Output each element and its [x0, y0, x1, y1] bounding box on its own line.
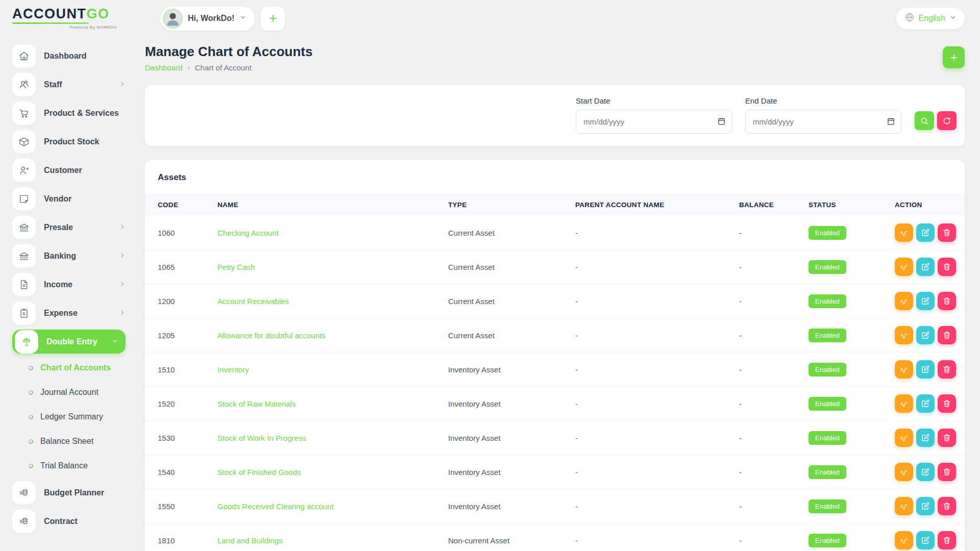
chevron-down-icon — [949, 14, 957, 23]
cell-status: Enabled — [803, 284, 890, 318]
cell-action — [890, 523, 965, 551]
sidebar-item-dashboard[interactable]: Dashboard — [12, 44, 126, 68]
edit-button[interactable] — [916, 531, 935, 549]
delete-button[interactable] — [938, 360, 956, 379]
status-badge: Enabled — [808, 226, 846, 240]
apply-filter-button[interactable] — [915, 111, 934, 130]
account-name-link[interactable]: Land and Buildings — [217, 536, 283, 545]
user-menu[interactable]: Hi, WorkDo! — [160, 7, 255, 31]
sidebar-subitem-balance-sheet[interactable]: Balance Sheet — [12, 432, 126, 451]
sidebar-item-double-entry[interactable]: Double Entry — [12, 330, 126, 354]
account-name-link[interactable]: Goods Received Clearing account — [217, 502, 334, 511]
sidebar-item-staff[interactable]: Staff — [12, 72, 126, 96]
account-name-link[interactable]: Checking Account — [217, 229, 279, 237]
language-selector[interactable]: English — [896, 8, 965, 29]
transactions-button[interactable] — [895, 326, 913, 344]
status-badge: Enabled — [808, 534, 846, 547]
delete-button[interactable] — [938, 429, 956, 447]
sidebar: Dashboard Staff Product & Services Produ… — [0, 37, 134, 551]
sidebar-item-budget-planner[interactable]: $ Budget Planner — [12, 481, 126, 505]
bullet-icon — [28, 365, 33, 370]
edit-icon — [921, 365, 930, 374]
delete-button[interactable] — [938, 326, 956, 344]
account-name-link[interactable]: Inventory — [217, 365, 249, 374]
delete-button[interactable] — [938, 463, 956, 481]
brand-logo[interactable]: ACCOUNTGO Powered By WORKDO — [12, 7, 135, 30]
accounts-table-card: Assets CODE NAME TYPE PARENT ACCOUNT NAM… — [145, 160, 965, 551]
edit-button[interactable] — [916, 258, 935, 276]
sidebar-item-product-services[interactable]: Product & Services — [12, 101, 126, 125]
plus-icon — [949, 53, 959, 63]
start-date-input[interactable] — [576, 110, 732, 134]
file-text-icon — [12, 273, 36, 296]
edit-icon — [921, 433, 930, 442]
sidebar-item-expense[interactable]: $ Expense — [12, 301, 126, 325]
sidebar-item-income[interactable]: Income — [12, 272, 126, 296]
account-name-link[interactable]: Stock of Raw Materials — [217, 399, 296, 408]
sidebar-item-vendor[interactable]: Vendor — [12, 187, 126, 211]
cell-status: Enabled — [803, 523, 890, 551]
transactions-button[interactable] — [895, 531, 913, 549]
breadcrumb-dashboard-link[interactable]: Dashboard — [145, 63, 182, 72]
edit-button[interactable] — [916, 326, 935, 344]
transactions-button[interactable] — [895, 429, 913, 447]
delete-button[interactable] — [938, 258, 956, 276]
edit-button[interactable] — [916, 497, 935, 515]
sidebar-subitem-ledger-summary[interactable]: Ledger Summary — [12, 407, 126, 427]
trash-icon — [942, 228, 951, 237]
end-date-input[interactable] — [745, 110, 901, 134]
account-name-link[interactable]: Stock of Work In Progress — [217, 434, 306, 442]
sidebar-item-presale[interactable]: Presale — [12, 215, 126, 239]
delete-button[interactable] — [938, 497, 956, 515]
scale-icon — [15, 330, 38, 354]
cell-status: Enabled — [803, 421, 890, 455]
status-badge: Enabled — [808, 465, 846, 479]
chevron-down-icon — [239, 14, 247, 23]
cell-code: 1205 — [145, 318, 212, 353]
create-account-button[interactable] — [943, 46, 965, 68]
language-label: English — [919, 14, 945, 23]
delete-button[interactable] — [938, 223, 956, 242]
transactions-button[interactable] — [895, 463, 913, 481]
edit-button[interactable] — [916, 463, 935, 481]
sidebar-item-contract[interactable]: $ Contract — [12, 509, 126, 533]
sidebar-item-banking[interactable]: Banking — [12, 244, 126, 268]
sidebar-subitem-journal-account[interactable]: Journal Account — [12, 383, 126, 402]
cell-type: Current Asset — [443, 284, 570, 318]
sidebar-item-customer[interactable]: Customer — [12, 158, 126, 182]
brand-underline — [12, 22, 89, 24]
sidebar-subitem-chart-of-accounts[interactable]: Chart of Accounts — [12, 358, 126, 378]
account-name-link[interactable]: Stock of Finished Goods — [217, 468, 301, 477]
transactions-button[interactable] — [895, 497, 913, 515]
transactions-button[interactable] — [895, 258, 913, 276]
calendar-icon[interactable] — [717, 117, 726, 128]
account-name-link[interactable]: Allowance for doubtful accounts — [217, 331, 326, 340]
transactions-button[interactable] — [895, 394, 913, 413]
edit-icon — [921, 331, 930, 340]
transactions-button[interactable] — [895, 223, 913, 242]
edit-icon — [921, 536, 930, 545]
delete-button[interactable] — [938, 292, 956, 310]
sidebar-item-product-stock[interactable]: Product Stock — [12, 130, 126, 154]
cell-status: Enabled — [803, 489, 890, 523]
reset-filter-button[interactable] — [937, 111, 957, 130]
cell-balance: - — [734, 216, 803, 250]
sidebar-subitem-trial-balance[interactable]: Trial Balance — [12, 456, 126, 475]
col-status: STATUS — [803, 194, 890, 216]
edit-button[interactable] — [916, 223, 935, 242]
account-name-link[interactable]: Account Receivables — [217, 297, 289, 306]
cell-code: 1530 — [145, 421, 212, 455]
edit-button[interactable] — [916, 292, 935, 310]
delete-button[interactable] — [938, 531, 956, 549]
account-name-link[interactable]: Petty Cash — [217, 263, 255, 271]
delete-button[interactable] — [938, 394, 956, 413]
edit-button[interactable] — [916, 394, 935, 413]
transactions-button[interactable] — [895, 360, 913, 379]
cell-name: Account Receivables — [212, 284, 443, 318]
pulse-wave-icon — [899, 399, 909, 408]
quick-add-button[interactable] — [261, 7, 285, 31]
transactions-button[interactable] — [895, 292, 913, 310]
edit-button[interactable] — [916, 360, 935, 379]
calendar-icon[interactable] — [887, 117, 895, 128]
edit-button[interactable] — [916, 429, 935, 447]
